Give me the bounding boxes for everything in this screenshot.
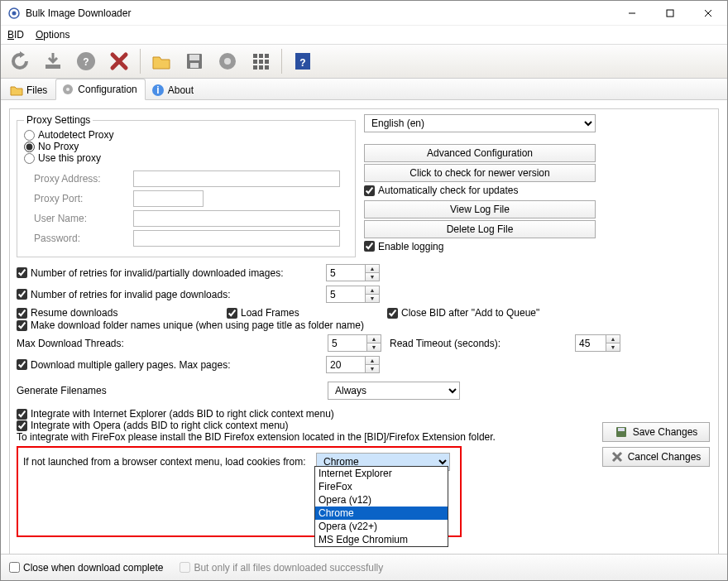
proxy-address-label: Proxy Address:: [34, 173, 101, 185]
cookies-option[interactable]: Internet Explorer: [315, 467, 448, 480]
settings-toolbar-button[interactable]: [213, 47, 242, 75]
multi-gallery-checkbox[interactable]: Download multiple gallery pages. Max pag…: [17, 359, 323, 371]
svg-rect-10: [190, 63, 199, 68]
config-panel: Proxy Settings Autodetect Proxy No Proxy…: [9, 108, 719, 560]
retries-pages-checkbox[interactable]: Number of retries for invalid page downl…: [17, 289, 323, 300]
proxy-pass-input[interactable]: [133, 230, 340, 247]
titlebar: Bulk Image Downloader: [1, 1, 727, 26]
svg-text:?: ?: [83, 56, 89, 68]
reload-button[interactable]: [6, 47, 34, 75]
footer: Close when download complete But only if…: [1, 554, 727, 580]
close-button[interactable]: [689, 1, 727, 26]
integrate-ie-checkbox[interactable]: Integrate with Internet Explorer (adds B…: [17, 408, 334, 420]
proxy-user-label: User Name:: [34, 213, 87, 224]
radio-autodetect[interactable]: Autodetect Proxy: [24, 129, 113, 141]
integrate-opera-checkbox[interactable]: Integrate with Opera (adds BID to right …: [17, 420, 288, 431]
folder-icon: [10, 84, 23, 97]
view-log-button[interactable]: View Log File: [364, 200, 596, 218]
download-button[interactable]: [39, 47, 67, 75]
radio-usethis[interactable]: Use this proxy: [24, 152, 101, 164]
tab-configuration[interactable]: Configuration: [55, 79, 145, 100]
svg-rect-20: [259, 65, 263, 70]
svg-rect-13: [253, 54, 257, 58]
info-icon: i: [151, 84, 165, 97]
svg-rect-19: [253, 65, 257, 70]
generate-filenames-label: Generate Filenames: [17, 385, 324, 396]
cookies-option[interactable]: Opera (v12): [315, 493, 448, 507]
proxy-fieldset: Proxy Settings Autodetect Proxy No Proxy…: [17, 114, 356, 257]
svg-point-1: [12, 11, 17, 15]
proxy-port-label: Proxy Port:: [34, 193, 83, 204]
toolbar-separator: [281, 49, 282, 74]
max-threads-stepper[interactable]: ▲▼: [328, 334, 381, 352]
resume-checkbox[interactable]: Resume downloads: [17, 307, 223, 319]
menubar: BID Options: [1, 26, 727, 44]
svg-rect-16: [253, 60, 257, 64]
svg-text:?: ?: [299, 57, 305, 69]
svg-point-12: [224, 58, 231, 65]
tab-about[interactable]: i About: [146, 79, 202, 100]
cookies-option[interactable]: FireFox: [315, 480, 448, 493]
toolbar-separator: [140, 49, 141, 74]
gear-icon: [61, 83, 74, 96]
window-title: Bulk Image Downloader: [26, 7, 613, 19]
max-threads-label: Max Download Threads:: [17, 338, 324, 349]
language-select[interactable]: English (en): [364, 114, 596, 132]
auto-check-updates-checkbox[interactable]: Automatically check for updates: [364, 185, 518, 196]
tab-config-label: Configuration: [78, 84, 136, 95]
save-changes-button[interactable]: Save Changes: [602, 422, 710, 442]
svg-rect-3: [667, 10, 673, 17]
cookies-option[interactable]: Opera (v22+): [315, 520, 448, 533]
unique-folder-checkbox[interactable]: Make download folder names unique (when …: [17, 319, 364, 331]
advanced-config-button[interactable]: Advanced Configuration: [364, 144, 596, 162]
cookies-option[interactable]: MS Edge Chromium: [315, 533, 448, 546]
menu-options[interactable]: Options: [36, 29, 69, 41]
proxy-pass-label: Password:: [34, 233, 80, 244]
but-only-checkbox[interactable]: But only if all files downloaded success…: [180, 562, 383, 574]
close-when-complete-checkbox[interactable]: Close when download complete: [9, 562, 163, 574]
proxy-port-input[interactable]: [133, 190, 204, 207]
maximize-button[interactable]: [651, 1, 689, 26]
retries-pages-stepper[interactable]: ▲▼: [326, 286, 380, 303]
tab-files[interactable]: Files: [4, 79, 55, 100]
proxy-user-input[interactable]: [133, 210, 340, 227]
help-toolbar-button[interactable]: ?: [72, 47, 100, 75]
check-version-button[interactable]: Click to check for newer version: [364, 164, 596, 182]
cancel-changes-button[interactable]: Cancel Changes: [602, 447, 710, 467]
close-after-queue-checkbox[interactable]: Close BID after "Add to Queue": [387, 307, 539, 319]
proxy-legend: Proxy Settings: [24, 114, 93, 126]
svg-rect-9: [189, 55, 199, 60]
toolbar: ? ?: [1, 44, 727, 79]
read-timeout-stepper[interactable]: ▲▼: [575, 334, 620, 352]
retries-images-checkbox[interactable]: Number of retries for invalid/partially …: [17, 267, 323, 279]
svg-text:i: i: [156, 84, 159, 96]
tabstrip: Files Configuration i About: [1, 79, 727, 100]
proxy-address-input[interactable]: [133, 170, 340, 187]
svg-rect-15: [265, 54, 269, 58]
retries-images-stepper[interactable]: ▲▼: [326, 264, 380, 281]
loadframes-checkbox[interactable]: Load Frames: [227, 307, 384, 319]
radio-noproxy[interactable]: No Proxy: [24, 141, 79, 152]
app-icon: [7, 7, 21, 20]
save-toolbar-button[interactable]: [180, 47, 208, 75]
grid-toolbar-button[interactable]: [247, 47, 275, 75]
delete-log-button[interactable]: Delete Log File: [364, 220, 596, 238]
cookies-dropdown-list[interactable]: Internet Explorer FireFox Opera (v12) Ch…: [314, 466, 448, 547]
cookies-label: If not launched from a browser context m…: [23, 456, 313, 468]
svg-rect-21: [265, 65, 269, 70]
tab-about-label: About: [168, 84, 194, 96]
about-toolbar-button[interactable]: ?: [289, 47, 317, 75]
cancel-icon: [611, 451, 623, 463]
enable-logging-checkbox[interactable]: Enable logging: [364, 241, 443, 252]
firefox-note: To integrate with FireFox please install…: [17, 431, 496, 443]
minimize-button[interactable]: [613, 1, 651, 26]
menu-bid[interactable]: BID: [7, 29, 24, 41]
svg-point-25: [66, 88, 69, 91]
cookies-option-selected[interactable]: Chrome: [315, 507, 448, 520]
svg-rect-17: [259, 60, 263, 64]
max-pages-stepper[interactable]: ▲▼: [326, 356, 380, 373]
folder-button[interactable]: [147, 47, 175, 75]
delete-toolbar-button[interactable]: [105, 47, 133, 75]
save-icon: [615, 425, 628, 439]
generate-filenames-select[interactable]: Always: [328, 382, 460, 400]
